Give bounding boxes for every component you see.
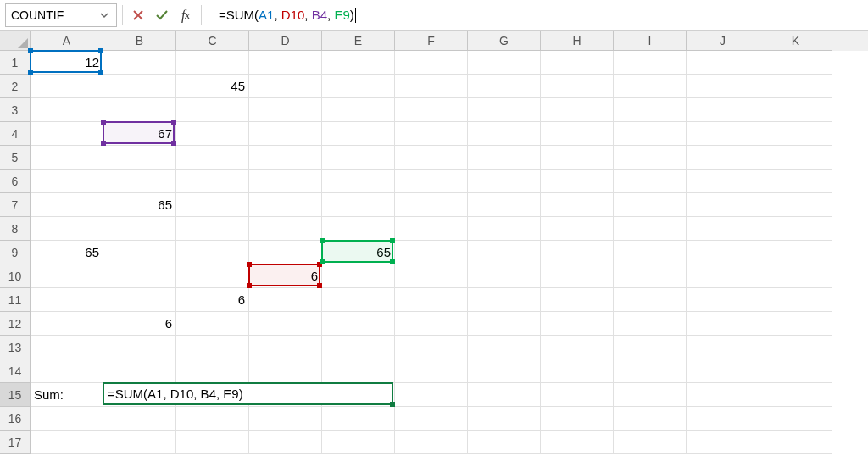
cell[interactable] — [322, 193, 395, 217]
cell[interactable] — [687, 217, 760, 241]
row-header[interactable]: 15 — [0, 383, 31, 407]
cell[interactable] — [249, 146, 322, 170]
cell[interactable] — [760, 264, 832, 288]
cell[interactable] — [687, 241, 760, 264]
cell[interactable] — [760, 288, 832, 312]
cell[interactable] — [760, 122, 832, 146]
cell[interactable] — [687, 51, 760, 75]
cell[interactable] — [760, 146, 832, 170]
row-header[interactable]: 3 — [0, 98, 31, 122]
cell[interactable] — [760, 359, 832, 383]
cell[interactable] — [395, 170, 468, 193]
cell[interactable] — [468, 75, 541, 98]
cell[interactable] — [614, 336, 687, 359]
cell[interactable] — [176, 407, 249, 431]
cell[interactable] — [176, 264, 249, 288]
cell[interactable] — [31, 359, 103, 383]
cell[interactable] — [249, 241, 322, 264]
cell[interactable] — [249, 98, 322, 122]
row-header[interactable]: 17 — [0, 431, 31, 454]
cell[interactable] — [322, 288, 395, 312]
cell[interactable] — [614, 383, 687, 407]
cell[interactable] — [322, 170, 395, 193]
column-header[interactable]: I — [614, 31, 687, 51]
cell[interactable] — [614, 170, 687, 193]
cell[interactable] — [541, 288, 614, 312]
cell[interactable] — [103, 407, 176, 431]
cell[interactable] — [103, 359, 176, 383]
cell[interactable] — [249, 122, 322, 146]
cell[interactable] — [31, 98, 103, 122]
cell[interactable] — [614, 288, 687, 312]
cells-area[interactable]: 124567656565666Sum:=SUM(A1, D10, B4, E9) — [31, 51, 868, 456]
cell[interactable] — [614, 193, 687, 217]
column-header[interactable]: D — [249, 31, 322, 51]
cell[interactable] — [687, 431, 760, 454]
fx-icon[interactable]: fx — [175, 5, 196, 25]
cell-value[interactable]: 67 — [103, 122, 176, 146]
cell[interactable] — [322, 98, 395, 122]
cell[interactable] — [760, 98, 832, 122]
cell[interactable] — [614, 98, 687, 122]
cell[interactable] — [322, 264, 395, 288]
cell[interactable] — [541, 336, 614, 359]
cell[interactable] — [176, 217, 249, 241]
cell[interactable] — [31, 146, 103, 170]
cell[interactable] — [541, 431, 614, 454]
cell[interactable] — [249, 431, 322, 454]
cell[interactable] — [541, 407, 614, 431]
cell[interactable] — [395, 75, 468, 98]
cell[interactable] — [395, 51, 468, 75]
cell-value[interactable]: Sum: — [31, 383, 103, 407]
cell[interactable] — [760, 241, 832, 264]
cell-value[interactable]: 65 — [31, 241, 103, 264]
cell[interactable] — [760, 431, 832, 454]
cell[interactable] — [760, 217, 832, 241]
row-header[interactable]: 7 — [0, 193, 31, 217]
column-header[interactable]: F — [395, 31, 468, 51]
cell[interactable] — [541, 122, 614, 146]
cell[interactable] — [468, 146, 541, 170]
chevron-down-icon[interactable] — [97, 11, 111, 19]
cell[interactable] — [322, 75, 395, 98]
row-header[interactable]: 8 — [0, 217, 31, 241]
cell[interactable] — [176, 359, 249, 383]
cell-value[interactable]: 12 — [31, 51, 103, 75]
row-header[interactable]: 12 — [0, 312, 31, 336]
row-header[interactable]: 6 — [0, 170, 31, 193]
column-header[interactable]: E — [322, 31, 395, 51]
cancel-icon[interactable] — [128, 5, 148, 25]
cell[interactable] — [103, 241, 176, 264]
cell[interactable] — [176, 51, 249, 75]
cell[interactable] — [322, 431, 395, 454]
cell[interactable] — [103, 170, 176, 193]
cell-value[interactable]: 65 — [103, 193, 176, 217]
cell[interactable] — [614, 264, 687, 288]
cell[interactable] — [760, 170, 832, 193]
cell[interactable] — [687, 75, 760, 98]
cell[interactable] — [687, 170, 760, 193]
cell[interactable] — [468, 170, 541, 193]
cell[interactable] — [468, 51, 541, 75]
cell[interactable] — [614, 75, 687, 98]
cell[interactable] — [614, 241, 687, 264]
cell[interactable] — [687, 383, 760, 407]
cell[interactable] — [103, 146, 176, 170]
cell[interactable] — [103, 431, 176, 454]
row-header[interactable]: 10 — [0, 264, 31, 288]
cell[interactable] — [614, 122, 687, 146]
cell[interactable] — [31, 431, 103, 454]
row-header[interactable]: 5 — [0, 146, 31, 170]
cell-value[interactable]: 6 — [103, 312, 176, 336]
cell[interactable] — [176, 98, 249, 122]
column-header[interactable]: G — [468, 31, 541, 51]
cell[interactable] — [468, 217, 541, 241]
cell[interactable] — [468, 288, 541, 312]
cell[interactable] — [249, 170, 322, 193]
cell[interactable] — [614, 407, 687, 431]
cell[interactable] — [395, 217, 468, 241]
cell[interactable] — [176, 336, 249, 359]
row-header[interactable]: 4 — [0, 122, 31, 146]
cell[interactable] — [31, 217, 103, 241]
row-header[interactable]: 16 — [0, 407, 31, 431]
